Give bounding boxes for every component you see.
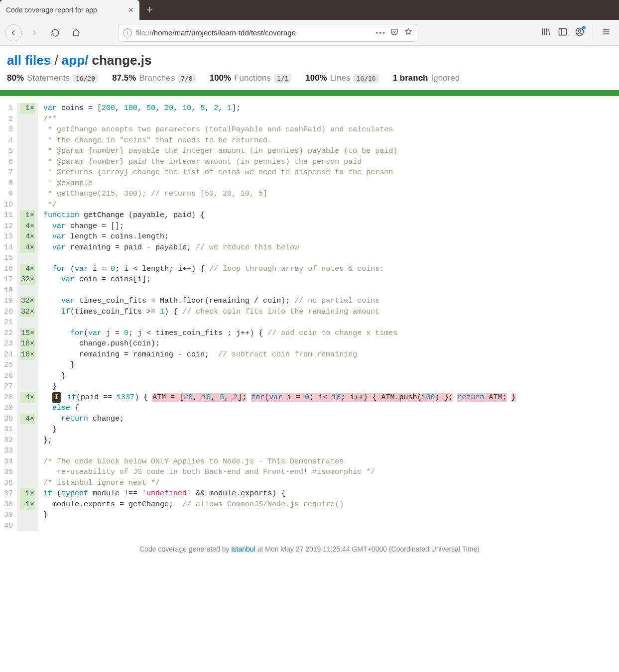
- hit-count: [20, 478, 35, 489]
- code-line: change.push(coin);: [43, 338, 619, 349]
- hit-count: [20, 253, 35, 264]
- stat-lines: 100% Lines 16/16: [305, 73, 378, 83]
- back-button[interactable]: [5, 24, 22, 41]
- code-line: [43, 253, 619, 264]
- sidebar-icon[interactable]: [558, 27, 568, 38]
- hit-count: 1×: [20, 210, 35, 221]
- hit-count: [20, 371, 35, 382]
- browser-chrome: Code coverage report for app × +: [0, 0, 619, 20]
- line-number-gutter: 1234567891011121314151617181920212223242…: [0, 103, 17, 531]
- line-number: 14: [4, 242, 13, 253]
- hit-count: [20, 146, 35, 157]
- hit-count: 1×: [20, 499, 35, 510]
- line-number: 40: [4, 521, 13, 532]
- account-icon[interactable]: [575, 27, 585, 38]
- breadcrumb-root-link[interactable]: all files: [7, 53, 51, 68]
- code-line: var change = [];: [43, 221, 619, 232]
- footer: Code coverage generated by istanbul at M…: [0, 531, 619, 573]
- line-number: 22: [4, 328, 13, 339]
- hit-count: 1×: [20, 488, 35, 499]
- hit-count: 4×: [20, 242, 35, 253]
- hit-count: [20, 178, 35, 189]
- hit-count: [20, 167, 35, 178]
- line-number: 36: [4, 478, 13, 489]
- svg-rect-0: [559, 28, 567, 35]
- stat-ignored: 1 branch Ignored: [393, 73, 460, 83]
- close-icon[interactable]: ×: [128, 5, 133, 14]
- hit-count: [20, 381, 35, 392]
- line-number: 5: [4, 146, 13, 157]
- code-line: }: [43, 371, 619, 382]
- forward-button[interactable]: [26, 24, 43, 41]
- line-number: 38: [4, 499, 13, 510]
- hit-count: 4×: [20, 392, 35, 403]
- code-line: * getChange accepts two parameters (tota…: [43, 124, 619, 135]
- code-line: }: [43, 510, 619, 521]
- stat-functions: 100% Functions 1/1: [210, 73, 292, 83]
- hit-count: [20, 157, 35, 168]
- pocket-icon[interactable]: [390, 27, 399, 38]
- line-number: 11: [4, 210, 13, 221]
- ellipsis-icon[interactable]: •••: [375, 29, 386, 37]
- code-line: * @param {number} paid the integer amoun…: [43, 157, 619, 168]
- hit-count: [20, 200, 35, 211]
- stat-branches: 87.5% Branches 7/8: [112, 73, 196, 83]
- breadcrumb-folder-link[interactable]: app/: [62, 53, 88, 68]
- reload-button[interactable]: [47, 24, 64, 41]
- browser-toolbar: i file:///home/matt/projects/learn-tdd/t…: [0, 20, 619, 46]
- info-icon[interactable]: i: [123, 28, 132, 37]
- line-number: 35: [4, 467, 13, 478]
- code-line: };: [43, 435, 619, 446]
- code-line: }: [43, 381, 619, 392]
- url-bar[interactable]: i file:///home/matt/projects/learn-tdd/t…: [119, 24, 417, 42]
- hit-count: [20, 135, 35, 146]
- hit-count: [20, 510, 35, 521]
- divider: [593, 25, 593, 40]
- line-number: 16: [4, 264, 13, 275]
- hit-count: [20, 403, 35, 414]
- line-number: 4: [4, 135, 13, 146]
- hit-count: 4×: [20, 221, 35, 232]
- browser-tab[interactable]: Code coverage report for app ×: [0, 0, 139, 20]
- line-number: 34: [4, 456, 13, 467]
- line-number: 2: [4, 114, 13, 125]
- line-number: 8: [4, 178, 13, 189]
- hit-count: [20, 446, 35, 456]
- new-tab-button[interactable]: +: [139, 3, 160, 16]
- hit-count: [20, 124, 35, 135]
- breadcrumb: all files / app/ change.js: [7, 53, 612, 68]
- hit-count: 15×: [20, 328, 35, 339]
- line-number: 20: [4, 307, 13, 318]
- ignored-branch-badge: I: [52, 392, 61, 403]
- hit-count: 32×: [20, 296, 35, 307]
- code-line: return change;: [43, 414, 619, 425]
- code-line: re-useability of JS code in both Back-en…: [43, 467, 619, 478]
- code-line: * @returns {array} change the list of co…: [43, 167, 619, 178]
- hit-count: [20, 435, 35, 446]
- breadcrumb-file: change.js: [92, 53, 152, 68]
- line-number: 32: [4, 435, 13, 446]
- line-number: 30: [4, 414, 13, 425]
- code-line: * getChange(215, 300); // returns [50, 2…: [43, 189, 619, 200]
- hit-count: 1×: [20, 103, 35, 114]
- istanbul-link[interactable]: istanbul: [232, 545, 255, 553]
- code-line: remaining = remaining - coin; // subtrac…: [43, 349, 619, 360]
- code-line: var remaining = paid - payable; // we re…: [43, 242, 619, 253]
- code-line: else {: [43, 403, 619, 414]
- tab-bar: Code coverage report for app × +: [0, 0, 619, 20]
- line-number: 1: [4, 103, 13, 114]
- line-number: 31: [4, 424, 13, 435]
- star-icon[interactable]: [404, 27, 413, 38]
- menu-icon[interactable]: [601, 27, 611, 38]
- svg-point-2: [579, 30, 581, 32]
- hit-count: 16×: [20, 338, 35, 349]
- hit-count: [20, 521, 35, 532]
- code-line: var times_coin_fits = Math.floor(remaini…: [43, 296, 619, 307]
- hit-count: 4×: [20, 231, 35, 242]
- line-number: 37: [4, 488, 13, 499]
- code-line: /**: [43, 114, 619, 125]
- home-button[interactable]: [68, 24, 85, 41]
- library-icon[interactable]: [541, 27, 551, 38]
- line-number: 6: [4, 157, 13, 168]
- hit-count: 4×: [20, 264, 35, 275]
